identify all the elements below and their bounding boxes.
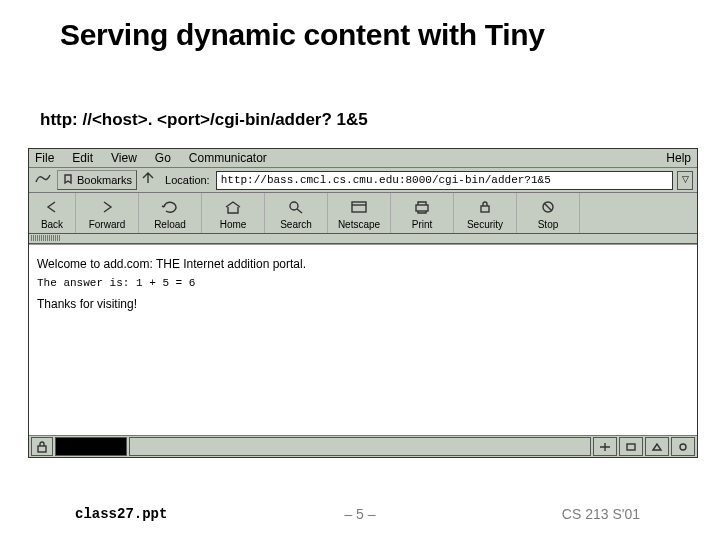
status-bar [29, 435, 697, 457]
menu-go[interactable]: Go [155, 151, 171, 165]
home-button[interactable]: Home [202, 193, 265, 233]
svg-rect-2 [416, 205, 428, 211]
netscape-label: Netscape [328, 219, 390, 230]
url-example-text: http: //<host>. <port>/cgi-bin/adder? 1&… [40, 110, 368, 130]
menu-edit[interactable]: Edit [72, 151, 93, 165]
search-icon [265, 195, 327, 219]
svg-point-7 [680, 444, 686, 450]
bookmarks-label: Bookmarks [77, 174, 132, 186]
svg-rect-1 [352, 202, 366, 212]
search-label: Search [265, 219, 327, 230]
location-bar: Bookmarks Location: ▽ [29, 168, 697, 193]
toolbar: Back Forward Reload Home Search Netscape [29, 193, 697, 234]
menu-view[interactable]: View [111, 151, 137, 165]
footer-right: CS 213 S'01 [562, 506, 640, 522]
security-button[interactable]: Security [454, 193, 517, 233]
toolbar-grip [29, 235, 697, 244]
content-thanks: Thanks for visiting! [37, 297, 689, 311]
forward-button[interactable]: Forward [76, 193, 139, 233]
bookmarks-button[interactable]: Bookmarks [57, 170, 137, 190]
status-lock-icon [31, 437, 53, 456]
content-welcome: Welcome to add.com: THE Internet additio… [37, 257, 689, 271]
home-label: Home [202, 219, 264, 230]
menubar: File Edit View Go Communicator Help [29, 149, 697, 168]
reload-icon [139, 195, 201, 219]
browser-window: File Edit View Go Communicator Help Book… [28, 148, 698, 458]
reload-button[interactable]: Reload [139, 193, 202, 233]
back-button[interactable]: Back [29, 193, 76, 233]
status-tray-icon-3[interactable] [645, 437, 669, 456]
home-icon [202, 195, 264, 219]
status-message [129, 437, 591, 456]
search-button[interactable]: Search [265, 193, 328, 233]
location-label: Location: [165, 174, 210, 186]
slide-title: Serving dynamic content with Tiny [60, 18, 545, 52]
svg-rect-3 [481, 206, 489, 212]
forward-icon [76, 195, 138, 219]
menu-file[interactable]: File [35, 151, 54, 165]
forward-label: Forward [76, 219, 138, 230]
svg-point-0 [290, 202, 298, 210]
status-tray-icon-2[interactable] [619, 437, 643, 456]
print-button[interactable]: Print [391, 193, 454, 233]
slide: Serving dynamic content with Tiny http: … [0, 0, 720, 540]
status-tray [593, 437, 695, 456]
netscape-icon [328, 195, 390, 219]
netscape-button[interactable]: Netscape [328, 193, 391, 233]
lock-icon [454, 195, 516, 219]
svg-rect-5 [38, 446, 46, 452]
back-icon [29, 195, 75, 219]
reload-label: Reload [139, 219, 201, 230]
page-content: Welcome to add.com: THE Internet additio… [29, 244, 697, 435]
menu-help[interactable]: Help [666, 151, 691, 165]
location-icon [141, 171, 155, 189]
stop-button[interactable]: Stop [517, 193, 580, 233]
app-icon [33, 170, 53, 190]
back-label: Back [29, 219, 75, 230]
security-label: Security [454, 219, 516, 230]
location-dropdown[interactable]: ▽ [677, 171, 693, 190]
location-input[interactable] [216, 171, 673, 190]
status-tray-icon-4[interactable] [671, 437, 695, 456]
status-tray-icon-1[interactable] [593, 437, 617, 456]
stop-label: Stop [517, 219, 579, 230]
stop-icon [517, 195, 579, 219]
bookmarks-icon [62, 173, 74, 187]
menu-communicator[interactable]: Communicator [189, 151, 267, 165]
print-label: Print [391, 219, 453, 230]
svg-rect-6 [627, 444, 635, 450]
content-answer: The answer is: 1 + 5 = 6 [37, 277, 689, 290]
status-progress [55, 437, 127, 456]
print-icon [391, 195, 453, 219]
